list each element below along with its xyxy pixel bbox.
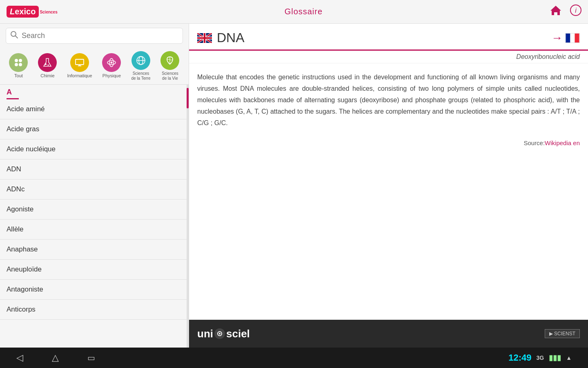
network-indicator: 3G (536, 355, 544, 361)
svg-point-6 (15, 63, 18, 66)
home-button[interactable] (550, 4, 562, 19)
uk-flag-icon (197, 33, 212, 43)
signal-icon: ▲ (566, 355, 572, 361)
svg-rect-21 (566, 34, 570, 43)
arrow-right-icon: → (551, 31, 563, 45)
svg-point-5 (19, 59, 22, 62)
category-sciences-vie-label: Sciencesde la Vie (162, 71, 178, 81)
list-item[interactable]: ADNc (0, 180, 189, 200)
category-sciences-terre-label: Sciencesde la Terre (131, 71, 150, 81)
category-physique[interactable]: Physique (102, 53, 121, 79)
logo-area: Lexico Sciences (7, 6, 58, 18)
category-sciences-vie-icon (160, 51, 179, 70)
list-item[interactable]: Acide nucléique (0, 139, 189, 159)
list-item[interactable]: Acide aminé (0, 99, 189, 119)
list-item[interactable]: Aneuploïde (0, 260, 189, 280)
category-sciences-terre-icon (131, 51, 150, 70)
entry-source: Source:Wikipedia en (189, 137, 588, 149)
list-item[interactable]: Acide gras (0, 119, 189, 139)
section-header-a: A (0, 85, 189, 98)
source-label: Source: (523, 139, 545, 146)
logo-sciences: Sciences (40, 10, 57, 14)
svg-point-26 (219, 333, 220, 334)
scrollbar-track (187, 85, 189, 348)
category-physique-label: Physique (102, 73, 121, 79)
category-sciences-vie[interactable]: Sciencesde la Vie (160, 51, 179, 81)
entry-content: Molecule that encodes the genetic instru… (189, 63, 588, 137)
svg-rect-23 (575, 34, 579, 43)
top-bar: Lexico Sciences Glossaire i (0, 0, 588, 24)
category-chimie-icon (38, 53, 57, 72)
svg-point-15 (111, 62, 113, 64)
status-bar: 12:49 3G ▮▮▮ ▲ (508, 352, 572, 363)
list-item[interactable]: Antagoniste (0, 280, 189, 300)
unisciel-text-uni: uni (197, 328, 213, 339)
info-button[interactable]: i (570, 4, 581, 19)
unisciel-badge: ▶ SCIENST (545, 329, 580, 338)
list-item[interactable]: Allèle (0, 220, 189, 240)
search-input-wrapper[interactable] (6, 28, 183, 44)
right-panel: DNA → Deoxyribonucleic acid Molecule tha… (189, 24, 588, 348)
svg-point-7 (19, 63, 22, 66)
category-tout[interactable]: Tout (9, 53, 28, 79)
svg-point-4 (15, 59, 18, 62)
battery-icon: ▮▮▮ (549, 353, 561, 362)
unisciel-text-sciel: sciel (226, 328, 250, 339)
list-item[interactable]: Anaphase (0, 240, 189, 260)
svg-line-3 (16, 36, 18, 38)
entry-subtitle: Deoxyribonucleic acid (189, 51, 588, 63)
category-tout-icon (9, 53, 28, 72)
source-link[interactable]: Wikipedia en (545, 139, 580, 146)
entry-title: DNA (217, 30, 245, 45)
categories: Tout Chimie (0, 48, 189, 85)
search-bar (0, 24, 189, 48)
list-item[interactable]: ADN (0, 159, 189, 180)
svg-point-8 (45, 63, 47, 65)
category-tout-label: Tout (14, 73, 23, 79)
svg-text:i: i (575, 7, 577, 14)
content-spacer (189, 149, 588, 348)
recents-button[interactable]: ▭ (87, 353, 95, 363)
category-chimie[interactable]: Chimie (38, 53, 57, 79)
unisciel-bar: uni sciel ▶ SCIENST (189, 320, 588, 348)
list-area[interactable]: A Acide aminé Acide gras Acide nucléique… (0, 85, 189, 348)
back-button[interactable]: ◁ (16, 352, 23, 363)
android-nav: ◁ △ ▭ (16, 352, 95, 363)
clock: 12:49 (508, 352, 531, 363)
translate-button[interactable]: → (551, 31, 580, 45)
category-chimie-label: Chimie (40, 73, 54, 79)
entry-title-area: DNA (197, 30, 245, 45)
left-panel: Tout Chimie (0, 24, 189, 348)
page-title: Glossaire (285, 7, 323, 16)
logo-l: L (10, 7, 15, 16)
top-icons: i (550, 4, 581, 19)
android-bar: ◁ △ ▭ 12:49 3G ▮▮▮ ▲ (0, 348, 588, 368)
search-icon (10, 31, 18, 41)
entry-header: DNA → (189, 24, 588, 51)
category-informatique-label: Informatique (67, 73, 92, 79)
svg-rect-10 (76, 59, 84, 65)
category-informatique-icon (70, 53, 89, 72)
logo-box: Lexico (7, 6, 39, 18)
list-item[interactable]: Anticorps (0, 300, 189, 320)
fr-flag-icon (565, 33, 580, 43)
category-sciences-terre[interactable]: Sciencesde la Terre (131, 51, 150, 81)
svg-point-9 (48, 65, 49, 66)
unisciel-logo: uni sciel (197, 328, 250, 339)
category-physique-icon (102, 53, 121, 72)
main-layout: Tout Chimie (0, 24, 588, 348)
scrollbar-thumb[interactable] (187, 88, 189, 108)
unisciel-logo-icon (214, 328, 225, 339)
list-item[interactable]: Agoniste (0, 200, 189, 220)
logo-exico: exico (15, 7, 36, 16)
category-informatique[interactable]: Informatique (67, 53, 92, 79)
home-button-android[interactable]: △ (52, 352, 59, 363)
search-input[interactable] (22, 31, 178, 40)
svg-rect-22 (570, 34, 575, 43)
